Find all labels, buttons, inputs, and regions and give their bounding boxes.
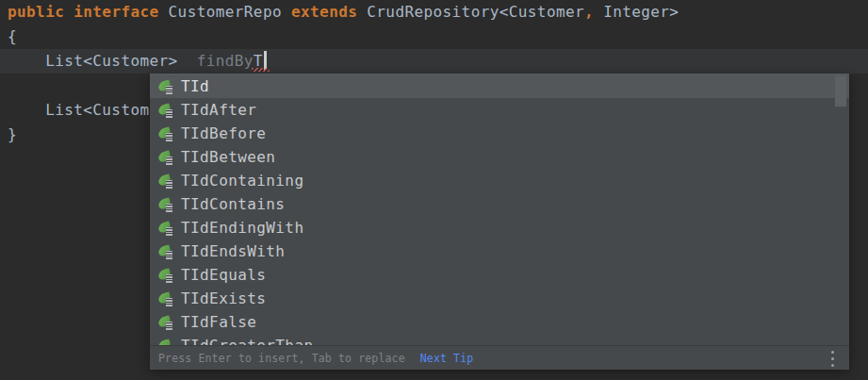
- code-segment: CrudRepository<Customer: [357, 3, 584, 21]
- spring-data-query-method-icon: [158, 150, 173, 165]
- completion-list: TIdTIdAfterTIdBeforeTIdBetweenTIdContain…: [150, 74, 849, 346]
- code-segment: Integer>: [594, 3, 679, 21]
- scrollbar-thumb[interactable]: [835, 75, 846, 107]
- spring-data-query-method-icon: [158, 197, 173, 212]
- completion-item[interactable]: TIdEndsWith: [150, 240, 849, 263]
- completion-item[interactable]: TIdEquals: [150, 263, 849, 287]
- spring-data-query-method-icon: [158, 315, 173, 330]
- spring-data-query-method-icon: [158, 103, 173, 118]
- completion-item[interactable]: TIdContaining: [150, 169, 849, 192]
- list-badge-icon: [166, 274, 172, 283]
- completion-item-label: TIdEndingWith: [181, 219, 303, 237]
- completion-item[interactable]: TIdBefore: [150, 122, 849, 145]
- list-badge-icon: [166, 180, 172, 189]
- completion-item-label: TIdEndsWith: [181, 242, 285, 260]
- spring-data-query-method-icon: [158, 291, 173, 306]
- more-options-icon[interactable]: [829, 349, 836, 369]
- completion-footer: Press Enter to insert, Tab to replace Ne…: [150, 345, 849, 370]
- list-badge-icon: [166, 157, 172, 165]
- ide-editor-window: public interface CustomerRepo extends Cr…: [0, 0, 868, 380]
- list-badge-icon: [166, 133, 172, 141]
- completion-item-label: TIdExists: [181, 289, 266, 307]
- completion-item-label: TIdBetween: [181, 148, 275, 166]
- spring-data-query-method-icon: [158, 79, 173, 94]
- completion-item[interactable]: TIdFalse: [150, 310, 849, 334]
- spring-data-query-method-icon: [158, 268, 173, 283]
- code-segment: List<Custome: [8, 101, 159, 119]
- completion-item-label: TIdBefore: [181, 124, 266, 142]
- next-tip-link[interactable]: Next Tip: [420, 352, 474, 365]
- completion-item[interactable]: TIdContains: [150, 192, 849, 216]
- ellipsis-dot: [831, 364, 834, 367]
- error-squiggle-underline: [252, 68, 270, 72]
- completion-item-label: TIdAfter: [181, 101, 256, 119]
- completion-item[interactable]: TIdExists: [150, 287, 849, 310]
- list-badge-icon: [166, 298, 172, 306]
- completion-item-label: TIdFalse: [181, 313, 256, 331]
- code-segment: public: [8, 3, 64, 21]
- spring-data-query-method-icon: [158, 244, 173, 259]
- code-segment: List<Customer>: [8, 52, 197, 70]
- spring-data-query-method-icon: [158, 221, 173, 236]
- code-segment: interface: [74, 3, 158, 21]
- list-badge-icon: [166, 251, 172, 259]
- code-line[interactable]: public interface CustomerRepo extends Cr…: [8, 0, 679, 25]
- completion-item-label: TId: [181, 77, 209, 95]
- completion-hint-text: Press Enter to insert, Tab to replace: [158, 352, 405, 365]
- completion-item[interactable]: TIdBetween: [150, 145, 849, 169]
- code-segment: ,: [584, 3, 594, 21]
- ellipsis-dot: [831, 351, 834, 354]
- spring-data-query-method-icon: [158, 126, 173, 141]
- list-badge-icon: [166, 322, 172, 330]
- list-badge-icon: [166, 86, 172, 94]
- code-line[interactable]: List<Customer> findByT: [8, 49, 679, 74]
- completion-item[interactable]: TId: [150, 74, 849, 98]
- completion-item-label: TIdContains: [181, 195, 285, 213]
- completion-popup: TIdTIdAfterTIdBeforeTIdBetweenTIdContain…: [150, 74, 849, 370]
- code-segment: {: [8, 27, 17, 45]
- completion-item[interactable]: TIdEndingWith: [150, 216, 849, 240]
- code-line[interactable]: {: [8, 25, 679, 49]
- code-segment: }: [8, 125, 17, 143]
- list-badge-icon: [166, 109, 172, 118]
- completion-item-label: TIdEquals: [181, 266, 266, 284]
- code-segment: extends: [291, 3, 357, 21]
- completion-item[interactable]: TIdAfter: [150, 98, 849, 122]
- text-caret: [264, 51, 267, 70]
- completion-item-label: TIdContaining: [181, 172, 303, 190]
- spring-data-query-method-icon: [158, 173, 173, 189]
- list-badge-icon: [166, 227, 172, 236]
- code-segment: findBy: [197, 52, 254, 70]
- ellipsis-dot: [831, 357, 834, 360]
- code-segment: CustomerRepo: [159, 3, 291, 21]
- list-badge-icon: [166, 204, 172, 212]
- code-segment: [64, 3, 74, 21]
